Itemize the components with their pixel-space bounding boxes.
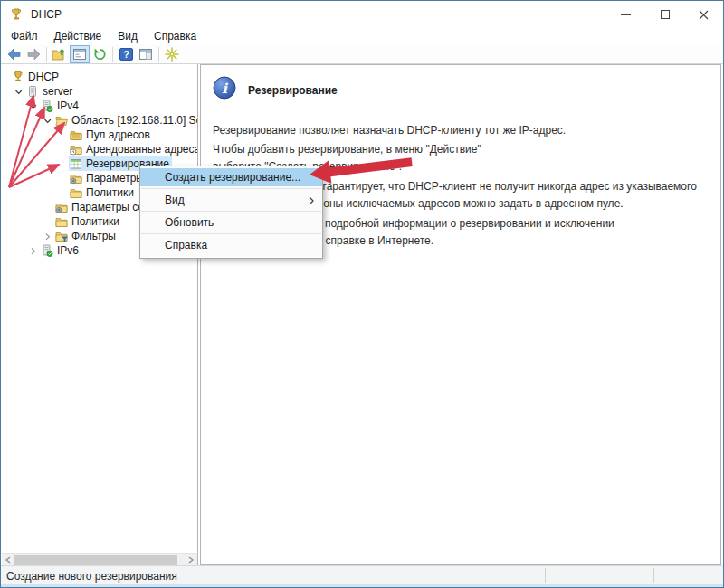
title-bar: DHCP (1, 1, 723, 28)
info-icon: i (213, 76, 236, 100)
reservation-icon (70, 157, 82, 170)
dhcp-console-window: DHCP ФайлДействиеВидСправка ? DHCPserver… (0, 0, 724, 588)
tree-item-label: Фильтры (71, 230, 116, 242)
status-bar: Создание нового резервирования (1, 565, 723, 587)
back-icon (6, 47, 22, 62)
server-icon (26, 85, 39, 98)
tree-item-inner: IPv4 (40, 99, 81, 113)
tree-item-inner: Политики (69, 185, 137, 200)
folder-open-icon (55, 114, 68, 127)
scroll-left-icon[interactable] (2, 554, 14, 566)
tree-item-inner: Фильтры (54, 229, 119, 243)
tree-item-1[interactable]: server (2, 84, 197, 99)
console-tree-toggle-button[interactable] (70, 45, 90, 63)
menubar-item-3[interactable]: Справка (146, 29, 205, 43)
tree-item-inner: Политики (54, 214, 122, 229)
close-button[interactable] (684, 1, 723, 28)
folder-gear-icon (55, 201, 68, 213)
context-menu-item-1[interactable]: Вид (140, 191, 322, 209)
submenu-chevron-icon (308, 195, 315, 208)
details-header: Резервирование (248, 84, 338, 97)
chevron-collapsed-icon[interactable] (40, 231, 54, 242)
context-menu-item-2[interactable]: Обновить (140, 213, 322, 232)
folder-pool-icon (70, 128, 82, 141)
dhcp-trophy-icon (9, 7, 24, 22)
svg-text:?: ? (123, 49, 129, 60)
up-one-level-icon (52, 47, 68, 62)
chevron-spacer (54, 187, 69, 198)
server-check-icon (41, 244, 53, 257)
details-pane: i Резервирование Резервирование позволяе… (200, 64, 721, 565)
menu-item-label: Создать резервирование... (165, 171, 300, 184)
forward-button[interactable] (24, 45, 43, 63)
tree-item-label: IPv6 (57, 244, 79, 257)
folder-icon (55, 215, 68, 228)
menu-bar: ФайлДействиеВидСправка (1, 28, 723, 44)
maximize-icon (661, 10, 670, 19)
status-panel (545, 568, 653, 583)
minimize-icon (621, 14, 631, 15)
menu-separator (141, 188, 321, 189)
folder-clock-icon (70, 143, 82, 156)
tree-item-0[interactable]: DHCP (2, 70, 197, 84)
tree-item-inner: Область [192.168.11.0] Scope (54, 113, 198, 128)
window-controls (606, 1, 723, 28)
scrollbar-thumb[interactable] (14, 555, 177, 565)
menubar-item-2[interactable]: Вид (110, 29, 146, 43)
menubar-item-0[interactable]: Файл (3, 29, 46, 43)
close-icon (699, 10, 709, 20)
tree-item-label: DHCP (28, 71, 59, 83)
status-text: Создание нового резервирования (6, 570, 177, 583)
menu-item-label: Справка (165, 239, 207, 251)
refresh-button[interactable] (90, 45, 110, 63)
tree-item-inner: server (25, 84, 75, 99)
chevron-collapsed-icon[interactable] (25, 245, 40, 256)
up-one-level-button[interactable] (50, 45, 70, 63)
back-button[interactable] (4, 45, 24, 63)
details-paragraph: Резервирование позволяет назначать DHCP-… (213, 122, 708, 139)
context-menu: Создать резервирование...ВидОбновитьСпра… (139, 166, 323, 259)
tree-item-inner: DHCP (11, 70, 62, 84)
tree-item-label: server (43, 85, 72, 98)
menu-item-label: Вид (165, 194, 185, 206)
maximize-button[interactable] (645, 1, 684, 28)
server-check-icon (41, 100, 53, 112)
context-menu-item-0[interactable]: Создать резервирование... (140, 168, 322, 186)
context-menu-item-3[interactable]: Справка (140, 236, 322, 254)
chevron-spacer (54, 158, 69, 169)
tree-item-label: Пул адресов (86, 128, 150, 141)
tree-item-3[interactable]: Область [192.168.11.0] Scope (2, 113, 197, 128)
menubar-item-1[interactable]: Действие (46, 29, 110, 43)
chevron-expanded-icon[interactable] (25, 100, 40, 111)
chevron-expanded-icon[interactable] (11, 86, 25, 97)
help-button[interactable]: ? (116, 45, 136, 63)
toolbar: ? (1, 44, 723, 64)
toolbar-separator (158, 47, 159, 62)
chevron-spacer (40, 202, 54, 213)
tree-item-2[interactable]: IPv4 (2, 99, 197, 113)
tree-item-5[interactable]: Арендованные адреса (2, 142, 197, 156)
tree-item-label: Область [192.168.11.0] Scope (71, 114, 198, 127)
folder-filter-icon (55, 230, 68, 242)
action-pane-toggle-button[interactable] (136, 45, 156, 63)
new-action-button[interactable] (162, 45, 182, 63)
refresh-icon (92, 47, 108, 62)
chevron-spacer (54, 173, 69, 184)
console-tree-icon (71, 47, 88, 62)
tree-item-inner: IPv6 (40, 243, 81, 258)
menu-item-label: Обновить (165, 216, 214, 229)
tree-item-4[interactable]: Пул адресов (2, 128, 197, 142)
tree-horizontal-scrollbar[interactable] (2, 553, 198, 565)
chevron-spacer (40, 216, 54, 227)
window-title: DHCP (31, 8, 62, 21)
chevron-spacer (54, 144, 69, 155)
scroll-right-icon[interactable] (185, 554, 197, 566)
folder-icon (70, 186, 82, 199)
console-tree-pane: DHCPserverIPv4Область [192.168.11.0] Sco… (2, 64, 198, 565)
folder-gear-icon (70, 172, 82, 185)
forward-icon (26, 47, 42, 62)
new-action-starburst-icon (164, 46, 180, 62)
help-icon: ? (119, 47, 134, 62)
minimize-button[interactable] (606, 1, 645, 28)
chevron-expanded-icon[interactable] (40, 115, 54, 126)
